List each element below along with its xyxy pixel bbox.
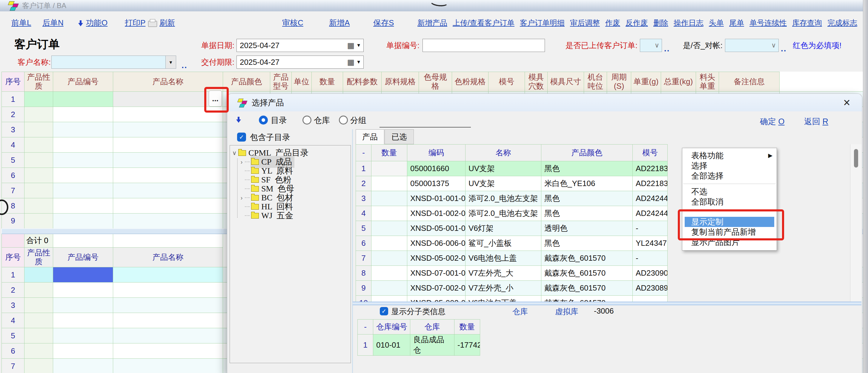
menu-item-select-all[interactable]: 全部选择 bbox=[682, 171, 777, 181]
scrollbar[interactable] bbox=[850, 144, 862, 303]
row-number: 4 bbox=[2, 313, 25, 328]
tab-selected[interactable]: 已选 bbox=[384, 129, 414, 144]
qty-cell[interactable] bbox=[371, 161, 407, 176]
qty-cell[interactable] bbox=[371, 236, 407, 251]
menu-item-display-customize[interactable]: 显示定制 bbox=[685, 217, 774, 227]
toolbar-link[interactable]: 单号连续性 bbox=[749, 18, 787, 28]
tree-node-wj[interactable]: WJ 五金 bbox=[230, 211, 350, 220]
qty-cell[interactable] bbox=[371, 206, 407, 221]
radio-group[interactable] bbox=[339, 116, 348, 125]
product-row[interactable]: 3 XNSD-01-001-0 添可2.0_电池左支架 黑色 AD24244 bbox=[356, 191, 668, 206]
calendar-icon[interactable]: ▦ bbox=[347, 58, 355, 67]
radio-catalog[interactable] bbox=[259, 116, 268, 125]
uploaded-select[interactable]: ∨ bbox=[640, 39, 662, 52]
product-row[interactable]: 5 XNSD-05-001-0 V6灯架 透明色 - bbox=[356, 221, 668, 236]
uploaded-more-button[interactable]: .. bbox=[664, 44, 670, 54]
warehouse-link[interactable]: 仓库 bbox=[513, 306, 528, 317]
toolbar-link[interactable]: 反作废 bbox=[625, 18, 648, 28]
add-button[interactable]: 新增A bbox=[329, 11, 350, 34]
deliver-date-input[interactable]: 2025-04-27 ▦▼ bbox=[237, 56, 364, 69]
toolbar-link[interactable]: 完成标志 bbox=[827, 18, 857, 28]
reconcile-more-button[interactable]: .. bbox=[781, 44, 787, 54]
qty-cell[interactable] bbox=[371, 251, 407, 266]
virtual-warehouse-link[interactable]: 虚拟库 bbox=[555, 306, 578, 317]
prev-doc-button[interactable]: 前单L bbox=[11, 11, 31, 34]
splitter[interactable] bbox=[353, 302, 862, 305]
customer-more-button[interactable]: .. bbox=[182, 61, 187, 70]
product-row[interactable]: 8 XNSD-07-001-0 V7左外壳_大 戴森灰色_601570 AD23… bbox=[356, 266, 668, 281]
audit-button[interactable]: 审核C bbox=[282, 11, 303, 34]
toolbar-link[interactable]: 头单 bbox=[709, 18, 724, 28]
toolbar-link[interactable]: 操作日志 bbox=[674, 18, 704, 28]
toolbar-link[interactable]: 删除 bbox=[653, 18, 668, 28]
toolbar-link[interactable]: 库存查询 bbox=[792, 18, 822, 28]
qty-cell[interactable] bbox=[371, 266, 407, 281]
filter-arrow-icon[interactable] bbox=[236, 117, 241, 123]
save-button[interactable]: 保存S bbox=[373, 11, 394, 34]
menu-item-table-functions[interactable]: 表格功能▶ bbox=[682, 151, 777, 161]
menu-item-show-product-image[interactable]: 显示产品图片 bbox=[682, 237, 777, 247]
product-row[interactable]: 4 XNSD-01-002-0 添可2.0_电池右支架 黑色 AD24244 bbox=[356, 206, 668, 221]
warehouse-table-wrap: -仓库编号仓库数量 1 010-01 良品成品仓 -17742 bbox=[358, 319, 480, 356]
dialog-icon bbox=[237, 98, 248, 107]
show-detail-checkbox[interactable]: ✓ bbox=[380, 307, 388, 315]
date-dropdown-icon[interactable]: ▼ bbox=[356, 59, 361, 65]
warehouse-qty-cell: -17742 bbox=[455, 335, 480, 356]
reconcile-select[interactable]: ∨ bbox=[725, 39, 779, 52]
customer-select[interactable]: ▼ bbox=[51, 56, 176, 69]
menu-item-copy-current-add[interactable]: 复制当前产品新增 bbox=[682, 227, 777, 237]
toolbar-link[interactable]: 新增产品 bbox=[417, 18, 447, 28]
grid1-header-cell: 色母规格 bbox=[419, 72, 452, 92]
menu-item-deselect[interactable]: 不选 bbox=[682, 187, 777, 197]
row-number: 5 bbox=[2, 153, 25, 168]
toolbar-link[interactable]: 审后调整 bbox=[570, 18, 600, 28]
folder-open-icon bbox=[251, 159, 259, 165]
toolbar-link[interactable]: 尾单 bbox=[729, 18, 744, 28]
calendar-icon[interactable]: ▦ bbox=[347, 41, 355, 50]
warehouse-table: -仓库编号仓库数量 1 010-01 良品成品仓 -17742 bbox=[358, 319, 480, 356]
tab-product[interactable]: 产品 bbox=[355, 129, 384, 144]
next-doc-button[interactable]: 后单N bbox=[42, 11, 64, 34]
grid1-header-cell: 序号 bbox=[2, 72, 25, 92]
scrollbar-thumb[interactable] bbox=[854, 149, 858, 167]
product-row[interactable]: 2 050001375 UV支架 米白色_YE106 AD22183 bbox=[356, 176, 668, 191]
ok-button[interactable]: 确定 O bbox=[760, 116, 785, 127]
product-row[interactable]: 1 050001660 UV支架 黑色 AD22183 bbox=[356, 161, 668, 176]
product-picker-button[interactable]: ... bbox=[209, 91, 222, 106]
qty-cell[interactable] bbox=[371, 281, 407, 296]
product-row[interactable]: 9 XNSD-07-002-0 V7左外壳_小 戴森灰色_601570 AD23… bbox=[356, 281, 668, 296]
collapse-icon[interactable]: ∨ bbox=[231, 149, 238, 156]
radio-warehouse[interactable] bbox=[303, 116, 311, 125]
doc-no-input[interactable] bbox=[423, 39, 545, 52]
date-dropdown-icon[interactable]: ▼ bbox=[356, 43, 361, 48]
print-button[interactable]: 打印P bbox=[125, 11, 146, 34]
expand-icon[interactable]: › bbox=[238, 194, 245, 201]
expand-icon[interactable]: › bbox=[238, 159, 245, 165]
function-menu-button[interactable]: 功能O bbox=[86, 11, 107, 34]
toolbar-link[interactable]: 上传/查看客户订单 bbox=[453, 18, 515, 28]
warehouse-row[interactable]: 1 010-01 良品成品仓 -17742 bbox=[358, 335, 480, 356]
document-header: 客户订单 单据日期: 2025-04-27 ▦▼ 单据编号: 是否已上传客户订单… bbox=[0, 34, 868, 72]
toolbar-action-links: 新增产品上传/查看客户订单客户订单明细审后调整作废反作废删除操作日志头单尾单单号… bbox=[417, 11, 861, 34]
row-number: 7 bbox=[2, 183, 25, 198]
doc-date-input[interactable]: 2025-04-27 ▦▼ bbox=[237, 39, 364, 52]
window-scrollbar[interactable] bbox=[863, 0, 868, 373]
include-subdir-checkbox[interactable]: ✓ bbox=[237, 133, 246, 142]
back-button[interactable]: 返回 R bbox=[804, 116, 828, 127]
row-number: 9 bbox=[356, 281, 371, 296]
product-row[interactable]: 6 XNSD-06-006-0 鲨可_小盖板 黑色 YL24347 bbox=[356, 236, 668, 251]
grid1-header-cell: 备注信息 bbox=[719, 72, 780, 92]
menu-item-cancel-all[interactable]: 全部取消 bbox=[682, 197, 777, 207]
toolbar-link[interactable]: 作废 bbox=[605, 18, 620, 28]
qty-cell[interactable] bbox=[371, 176, 407, 191]
menu-item-select[interactable]: 选择 bbox=[682, 161, 777, 171]
close-icon[interactable]: × bbox=[840, 96, 854, 109]
qty-cell[interactable] bbox=[371, 221, 407, 236]
refresh-button[interactable]: 刷新 bbox=[159, 11, 175, 34]
toolbar-link[interactable]: 客户订单明细 bbox=[520, 18, 565, 28]
product-row[interactable]: 7 XNSD-05-002-0 V6电池包上盖 戴森灰色_601570 - bbox=[356, 251, 668, 266]
dropdown-button-icon[interactable]: ▼ bbox=[165, 56, 176, 68]
qty-cell[interactable] bbox=[371, 191, 407, 206]
row-number: 3 bbox=[356, 191, 371, 206]
search-input[interactable] bbox=[379, 127, 471, 127]
